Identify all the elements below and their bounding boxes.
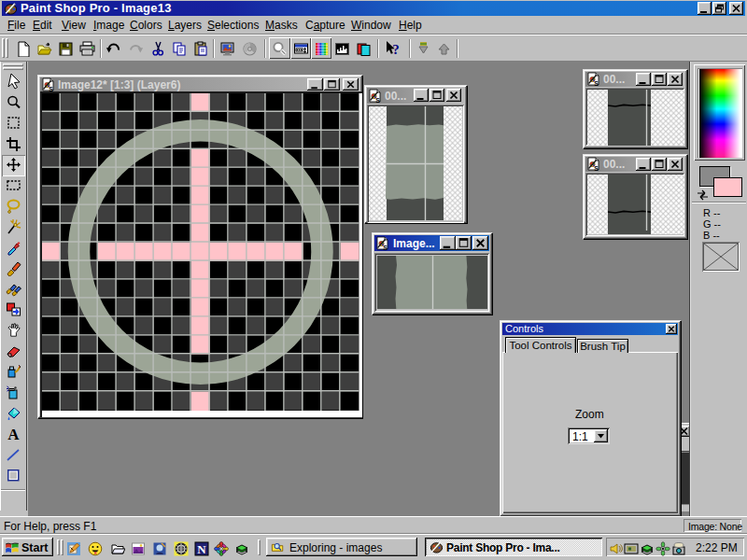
svg-text:S: S bbox=[383, 245, 388, 250]
svg-text:A: A bbox=[7, 426, 20, 441]
svg-text:?: ? bbox=[392, 42, 400, 57]
svg-text:S: S bbox=[594, 80, 599, 86]
svg-text:S: S bbox=[594, 165, 599, 171]
svg-text:S: S bbox=[375, 97, 380, 103]
svg-text:N: N bbox=[197, 542, 206, 556]
